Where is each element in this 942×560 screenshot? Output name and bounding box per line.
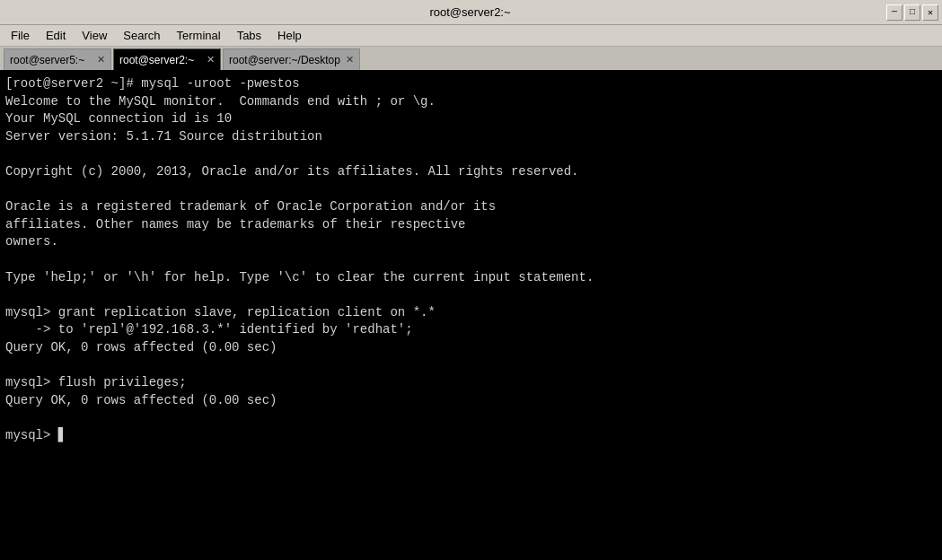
tab-tab2[interactable]: root@server2:~✕ (113, 48, 221, 70)
window-title: root@server2:~ (54, 5, 886, 19)
tab-label: root@server:~/Desktop (229, 54, 340, 66)
terminal-line: Copyright (c) 2000, 2013, Oracle and/or … (5, 164, 579, 179)
terminal-line: Type 'help;' or '\h' for help. Type '\c'… (5, 270, 594, 284)
tab-bar: root@server5:~✕root@server2:~✕root@serve… (0, 47, 942, 72)
tab-close-button[interactable]: ✕ (97, 54, 105, 66)
terminal-line: mysql> flush privileges; (5, 375, 187, 389)
terminal-line: Your MySQL connection id is 10 (5, 111, 232, 126)
menu-item-search[interactable]: Search (116, 27, 167, 44)
terminal-line: Welcome to the MySQL monitor. Commands e… (5, 94, 436, 109)
close-button[interactable]: ✕ (922, 4, 938, 21)
menu-bar: FileEditViewSearchTerminalTabsHelp (0, 25, 942, 47)
menu-item-help[interactable]: Help (270, 27, 309, 44)
terminal-line: Oracle is a registered trademark of Orac… (5, 199, 496, 214)
minimize-button[interactable]: ─ (886, 4, 902, 21)
terminal-line: affiliates. Other names may be trademark… (5, 217, 465, 232)
tab-label: root@server2:~ (119, 54, 194, 66)
tab-close-button[interactable]: ✕ (346, 54, 354, 66)
terminal-line: mysql> (5, 428, 66, 442)
terminal-line: Server version: 5.1.71 Source distributi… (5, 129, 322, 144)
terminal-line: Query OK, 0 rows affected (0.00 sec) (5, 393, 277, 407)
tab-tab1[interactable]: root@server5:~✕ (4, 48, 111, 70)
terminal-line: owners. (5, 234, 58, 249)
maximize-button[interactable]: □ (904, 4, 920, 21)
tab-close-button[interactable]: ✕ (207, 54, 215, 66)
menu-item-terminal[interactable]: Terminal (170, 27, 228, 44)
menu-item-tabs[interactable]: Tabs (230, 27, 269, 44)
terminal-line: -> to 'repl'@'192.168.3.*' identified by… (5, 322, 413, 337)
menu-item-view[interactable]: View (75, 27, 114, 44)
terminal-line: Query OK, 0 rows affected (0.00 sec) (5, 340, 277, 354)
terminal-line: [root@server2 ~]# mysql -uroot -pwestos (5, 76, 300, 91)
window-controls: ─ □ ✕ (886, 4, 938, 21)
terminal-line: mysql> grant replication slave, replicat… (5, 305, 436, 319)
tab-tab3[interactable]: root@server:~/Desktop✕ (223, 48, 360, 70)
menu-item-file[interactable]: File (4, 27, 37, 44)
title-bar: root@server2:~ ─ □ ✕ (0, 0, 942, 25)
tab-label: root@server5:~ (10, 54, 84, 66)
terminal-output[interactable]: [root@server2 ~]# mysql -uroot -pwestos … (0, 72, 942, 560)
menu-item-edit[interactable]: Edit (39, 27, 73, 44)
